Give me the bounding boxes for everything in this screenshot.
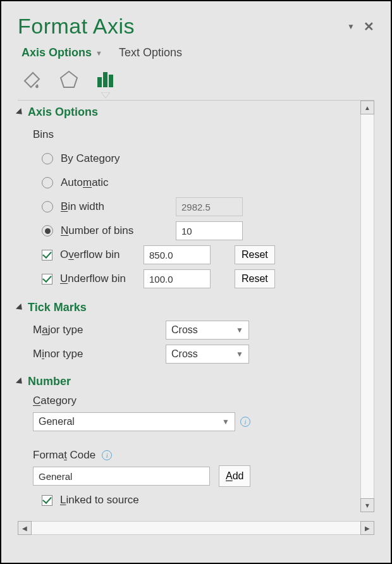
radio-label: By Category <box>61 152 120 165</box>
svg-rect-3 <box>109 75 113 87</box>
panel-menu-icon[interactable]: ▼ <box>347 22 355 31</box>
checkbox-icon <box>42 274 52 285</box>
section-axis-options[interactable]: Axis Options <box>18 106 357 119</box>
scroll-track[interactable] <box>360 114 374 498</box>
svg-marker-0 <box>61 71 77 87</box>
axis-properties-icon[interactable] <box>95 68 116 92</box>
radio-icon <box>42 153 53 164</box>
number-of-bins-input[interactable]: 10 <box>176 221 243 240</box>
format-code-label: Format Code <box>33 449 95 462</box>
section-tick-marks[interactable]: Tick Marks <box>18 301 357 314</box>
minor-type-label: Minor type <box>33 348 166 360</box>
scroll-down-button[interactable]: ▼ <box>360 498 374 512</box>
category-label: Category <box>33 395 77 407</box>
collapse-icon <box>16 303 25 312</box>
close-icon[interactable]: ✕ <box>364 19 374 34</box>
info-icon[interactable]: i <box>240 417 250 427</box>
checkbox-icon <box>42 495 52 506</box>
tab-row: Axis Options ▼ Text Options <box>21 46 374 59</box>
major-type-label: Major type <box>33 324 166 336</box>
radio-icon <box>42 201 53 212</box>
major-type-select[interactable]: Cross ▼ <box>166 321 249 340</box>
format-code-input[interactable]: General <box>33 467 210 486</box>
checkbox-underflow-bin[interactable]: Underflow bin 100.0 Reset <box>33 267 357 291</box>
chevron-down-icon: ▼ <box>236 326 243 334</box>
radio-by-category[interactable]: By Category <box>33 147 357 171</box>
radio-label: Automatic <box>61 176 109 189</box>
tab-axis-options[interactable]: Axis Options ▼ <box>21 46 102 59</box>
underflow-input[interactable]: 100.0 <box>144 269 211 288</box>
minor-type-select[interactable]: Cross ▼ <box>166 345 249 364</box>
radio-icon <box>42 225 53 236</box>
chevron-down-icon: ▼ <box>236 350 243 359</box>
dropdown-icon: ▼ <box>95 49 102 57</box>
scroll-up-button[interactable]: ▲ <box>360 101 374 114</box>
radio-bin-width[interactable]: Bin width 2982.5 <box>33 195 357 219</box>
checkbox-icon <box>42 250 52 261</box>
info-icon[interactable]: i <box>102 450 112 460</box>
check-label: Underflow bin <box>60 273 136 285</box>
format-axis-panel: Format Axis ▼ ✕ Axis Options ▼ Text Opti… <box>0 0 392 564</box>
check-label: Overflow bin <box>60 248 136 261</box>
add-button[interactable]: Add <box>219 465 250 487</box>
tab-text-options[interactable]: Text Options <box>119 46 182 59</box>
scroll-left-button[interactable]: ◀ <box>18 521 32 535</box>
radio-icon <box>42 177 53 188</box>
fill-icon[interactable] <box>21 68 43 92</box>
svg-rect-1 <box>97 77 102 87</box>
radio-automatic[interactable]: Automatic <box>33 171 357 195</box>
chevron-down-icon: ▼ <box>222 417 230 426</box>
horizontal-scrollbar[interactable]: ◀ ▶ <box>18 521 374 535</box>
vertical-scrollbar[interactable]: ▲ ▼ <box>360 101 374 512</box>
overflow-input[interactable]: 850.0 <box>144 245 211 264</box>
bin-width-input: 2982.5 <box>176 197 243 216</box>
checkbox-linked-to-source[interactable]: Linked to source <box>33 488 357 512</box>
overflow-reset-button[interactable]: Reset <box>235 245 275 264</box>
toolbar-icons <box>21 68 374 92</box>
svg-marker-4 <box>101 92 110 98</box>
collapse-icon <box>16 377 25 386</box>
collapse-icon <box>16 107 25 116</box>
bins-label: Bins <box>33 128 54 141</box>
effects-icon[interactable] <box>58 68 80 92</box>
svg-rect-2 <box>103 72 107 87</box>
scroll-right-button[interactable]: ▶ <box>360 521 374 535</box>
radio-label: Bin width <box>61 200 168 213</box>
checkbox-overflow-bin[interactable]: Overflow bin 850.0 Reset <box>33 243 357 267</box>
check-label: Linked to source <box>60 494 139 506</box>
panel-title: Format Axis <box>18 14 135 39</box>
panel-header: Format Axis ▼ ✕ <box>18 14 374 39</box>
category-select[interactable]: General ▼ <box>33 412 235 431</box>
radio-number-of-bins[interactable]: Number of bins 10 <box>33 219 357 243</box>
underflow-reset-button[interactable]: Reset <box>235 269 275 288</box>
scroll-track[interactable] <box>32 521 360 535</box>
section-number[interactable]: Number <box>18 375 357 388</box>
radio-label: Number of bins <box>61 224 168 237</box>
